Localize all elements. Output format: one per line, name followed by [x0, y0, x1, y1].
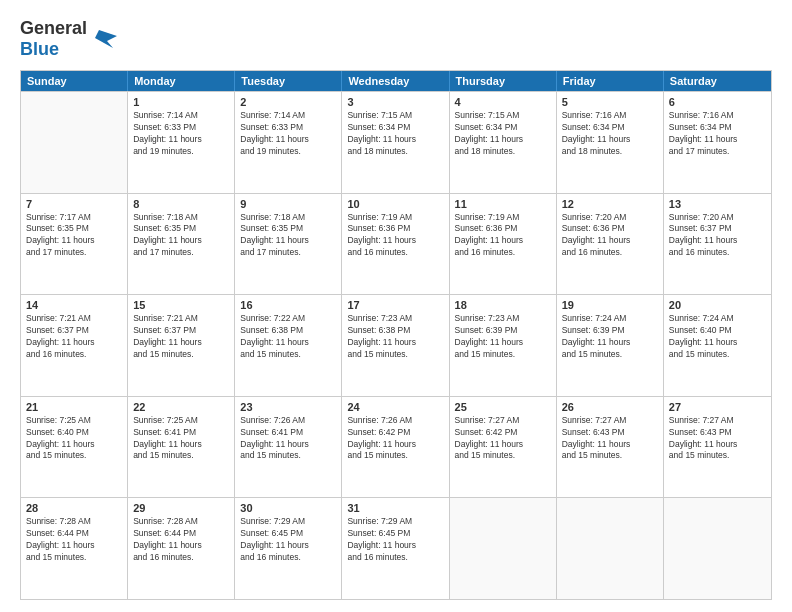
day-number-7: 7 [26, 198, 122, 210]
dow-tuesday: Tuesday [235, 71, 342, 91]
day-info-26: Sunrise: 7:27 AMSunset: 6:43 PMDaylight:… [562, 415, 658, 463]
day-25: 25Sunrise: 7:27 AMSunset: 6:42 PMDayligh… [450, 397, 557, 498]
page-header: General Blue [20, 18, 772, 60]
day-17: 17Sunrise: 7:23 AMSunset: 6:38 PMDayligh… [342, 295, 449, 396]
day-number-4: 4 [455, 96, 551, 108]
day-number-9: 9 [240, 198, 336, 210]
day-2: 2Sunrise: 7:14 AMSunset: 6:33 PMDaylight… [235, 92, 342, 193]
dow-monday: Monday [128, 71, 235, 91]
day-info-13: Sunrise: 7:20 AMSunset: 6:37 PMDaylight:… [669, 212, 766, 260]
day-number-5: 5 [562, 96, 658, 108]
day-info-31: Sunrise: 7:29 AMSunset: 6:45 PMDaylight:… [347, 516, 443, 564]
day-number-3: 3 [347, 96, 443, 108]
day-7: 7Sunrise: 7:17 AMSunset: 6:35 PMDaylight… [21, 194, 128, 295]
day-number-16: 16 [240, 299, 336, 311]
day-info-25: Sunrise: 7:27 AMSunset: 6:42 PMDaylight:… [455, 415, 551, 463]
day-info-5: Sunrise: 7:16 AMSunset: 6:34 PMDaylight:… [562, 110, 658, 158]
svg-marker-0 [95, 30, 117, 48]
day-number-23: 23 [240, 401, 336, 413]
day-info-9: Sunrise: 7:18 AMSunset: 6:35 PMDaylight:… [240, 212, 336, 260]
day-31: 31Sunrise: 7:29 AMSunset: 6:45 PMDayligh… [342, 498, 449, 599]
day-number-8: 8 [133, 198, 229, 210]
day-18: 18Sunrise: 7:23 AMSunset: 6:39 PMDayligh… [450, 295, 557, 396]
day-number-28: 28 [26, 502, 122, 514]
day-number-31: 31 [347, 502, 443, 514]
week-row-2: 7Sunrise: 7:17 AMSunset: 6:35 PMDaylight… [21, 193, 771, 295]
dow-wednesday: Wednesday [342, 71, 449, 91]
empty-cell-w5-d6 [557, 498, 664, 599]
empty-cell-w1-d1 [21, 92, 128, 193]
empty-cell-w5-d5 [450, 498, 557, 599]
day-info-27: Sunrise: 7:27 AMSunset: 6:43 PMDaylight:… [669, 415, 766, 463]
day-number-30: 30 [240, 502, 336, 514]
day-8: 8Sunrise: 7:18 AMSunset: 6:35 PMDaylight… [128, 194, 235, 295]
day-info-22: Sunrise: 7:25 AMSunset: 6:41 PMDaylight:… [133, 415, 229, 463]
day-3: 3Sunrise: 7:15 AMSunset: 6:34 PMDaylight… [342, 92, 449, 193]
day-14: 14Sunrise: 7:21 AMSunset: 6:37 PMDayligh… [21, 295, 128, 396]
day-6: 6Sunrise: 7:16 AMSunset: 6:34 PMDaylight… [664, 92, 771, 193]
day-13: 13Sunrise: 7:20 AMSunset: 6:37 PMDayligh… [664, 194, 771, 295]
logo-bird-icon [89, 28, 117, 50]
week-row-4: 21Sunrise: 7:25 AMSunset: 6:40 PMDayligh… [21, 396, 771, 498]
logo-general: General [20, 18, 87, 38]
day-28: 28Sunrise: 7:28 AMSunset: 6:44 PMDayligh… [21, 498, 128, 599]
day-info-1: Sunrise: 7:14 AMSunset: 6:33 PMDaylight:… [133, 110, 229, 158]
day-24: 24Sunrise: 7:26 AMSunset: 6:42 PMDayligh… [342, 397, 449, 498]
day-11: 11Sunrise: 7:19 AMSunset: 6:36 PMDayligh… [450, 194, 557, 295]
day-number-18: 18 [455, 299, 551, 311]
day-26: 26Sunrise: 7:27 AMSunset: 6:43 PMDayligh… [557, 397, 664, 498]
logo-blue: Blue [20, 39, 59, 59]
day-12: 12Sunrise: 7:20 AMSunset: 6:36 PMDayligh… [557, 194, 664, 295]
day-info-15: Sunrise: 7:21 AMSunset: 6:37 PMDaylight:… [133, 313, 229, 361]
day-number-26: 26 [562, 401, 658, 413]
day-29: 29Sunrise: 7:28 AMSunset: 6:44 PMDayligh… [128, 498, 235, 599]
day-22: 22Sunrise: 7:25 AMSunset: 6:41 PMDayligh… [128, 397, 235, 498]
dow-saturday: Saturday [664, 71, 771, 91]
logo: General Blue [20, 18, 117, 60]
day-5: 5Sunrise: 7:16 AMSunset: 6:34 PMDaylight… [557, 92, 664, 193]
day-number-29: 29 [133, 502, 229, 514]
day-number-15: 15 [133, 299, 229, 311]
dow-friday: Friday [557, 71, 664, 91]
day-info-23: Sunrise: 7:26 AMSunset: 6:41 PMDaylight:… [240, 415, 336, 463]
day-info-6: Sunrise: 7:16 AMSunset: 6:34 PMDaylight:… [669, 110, 766, 158]
day-info-3: Sunrise: 7:15 AMSunset: 6:34 PMDaylight:… [347, 110, 443, 158]
day-27: 27Sunrise: 7:27 AMSunset: 6:43 PMDayligh… [664, 397, 771, 498]
calendar: Sunday Monday Tuesday Wednesday Thursday… [20, 70, 772, 600]
day-10: 10Sunrise: 7:19 AMSunset: 6:36 PMDayligh… [342, 194, 449, 295]
day-number-1: 1 [133, 96, 229, 108]
day-info-19: Sunrise: 7:24 AMSunset: 6:39 PMDaylight:… [562, 313, 658, 361]
day-30: 30Sunrise: 7:29 AMSunset: 6:45 PMDayligh… [235, 498, 342, 599]
day-info-17: Sunrise: 7:23 AMSunset: 6:38 PMDaylight:… [347, 313, 443, 361]
day-info-18: Sunrise: 7:23 AMSunset: 6:39 PMDaylight:… [455, 313, 551, 361]
day-info-8: Sunrise: 7:18 AMSunset: 6:35 PMDaylight:… [133, 212, 229, 260]
day-number-17: 17 [347, 299, 443, 311]
week-row-3: 14Sunrise: 7:21 AMSunset: 6:37 PMDayligh… [21, 294, 771, 396]
day-info-12: Sunrise: 7:20 AMSunset: 6:36 PMDaylight:… [562, 212, 658, 260]
day-info-11: Sunrise: 7:19 AMSunset: 6:36 PMDaylight:… [455, 212, 551, 260]
day-number-14: 14 [26, 299, 122, 311]
day-number-12: 12 [562, 198, 658, 210]
calendar-header: Sunday Monday Tuesday Wednesday Thursday… [21, 71, 771, 91]
day-21: 21Sunrise: 7:25 AMSunset: 6:40 PMDayligh… [21, 397, 128, 498]
day-9: 9Sunrise: 7:18 AMSunset: 6:35 PMDaylight… [235, 194, 342, 295]
day-number-19: 19 [562, 299, 658, 311]
day-20: 20Sunrise: 7:24 AMSunset: 6:40 PMDayligh… [664, 295, 771, 396]
day-number-10: 10 [347, 198, 443, 210]
day-info-14: Sunrise: 7:21 AMSunset: 6:37 PMDaylight:… [26, 313, 122, 361]
day-number-2: 2 [240, 96, 336, 108]
day-1: 1Sunrise: 7:14 AMSunset: 6:33 PMDaylight… [128, 92, 235, 193]
dow-sunday: Sunday [21, 71, 128, 91]
calendar-body: 1Sunrise: 7:14 AMSunset: 6:33 PMDaylight… [21, 91, 771, 599]
day-info-16: Sunrise: 7:22 AMSunset: 6:38 PMDaylight:… [240, 313, 336, 361]
day-info-10: Sunrise: 7:19 AMSunset: 6:36 PMDaylight:… [347, 212, 443, 260]
day-info-20: Sunrise: 7:24 AMSunset: 6:40 PMDaylight:… [669, 313, 766, 361]
day-info-28: Sunrise: 7:28 AMSunset: 6:44 PMDaylight:… [26, 516, 122, 564]
day-23: 23Sunrise: 7:26 AMSunset: 6:41 PMDayligh… [235, 397, 342, 498]
day-info-29: Sunrise: 7:28 AMSunset: 6:44 PMDaylight:… [133, 516, 229, 564]
day-info-30: Sunrise: 7:29 AMSunset: 6:45 PMDaylight:… [240, 516, 336, 564]
day-number-27: 27 [669, 401, 766, 413]
week-row-5: 28Sunrise: 7:28 AMSunset: 6:44 PMDayligh… [21, 497, 771, 599]
day-16: 16Sunrise: 7:22 AMSunset: 6:38 PMDayligh… [235, 295, 342, 396]
day-number-21: 21 [26, 401, 122, 413]
